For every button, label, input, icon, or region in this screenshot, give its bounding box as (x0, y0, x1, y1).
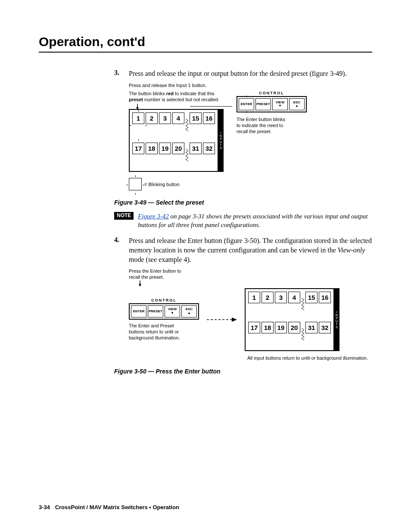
input-button-2: 2 (262, 292, 274, 303)
fig50-arrow-icon (136, 280, 144, 288)
input-button-4: 4 (172, 112, 184, 124)
fig49-legend-text: = Blinking button (144, 182, 180, 188)
break-indicator-icon (186, 112, 188, 138)
inputs-side-label: INPUTS (334, 288, 339, 351)
input-button-15: 15 (305, 292, 318, 303)
note-badge: NOTE (114, 212, 134, 220)
page-number: 3-34 (39, 504, 50, 510)
page: Operation, cont'd 3. Press and release t… (0, 0, 411, 532)
preset-button: PRESET (255, 98, 271, 110)
fig49-arrow-icon (129, 104, 232, 112)
break-indicator-icon (302, 292, 304, 317)
note-link[interactable]: Figure 3-42 (138, 213, 169, 220)
input-button-32: 32 (203, 143, 215, 154)
input-button-19: 19 (159, 143, 171, 154)
step-4-number: 4. (114, 236, 129, 264)
note-text: Figure 3-42 on page 3-31 shows the prese… (138, 212, 372, 230)
preset-button: PRESET (148, 305, 163, 317)
input-button-15: 15 (190, 112, 202, 124)
note-block: NOTE Figure 3-42 on page 3-31 shows the … (114, 212, 372, 230)
fig49-right-note: The Enter button blinks to indicate the … (237, 117, 307, 134)
page-title: Operation, cont'd (39, 34, 372, 49)
input-button-2: 2 (146, 112, 158, 124)
body-column: 3. Press and release the input or output… (114, 69, 372, 375)
esc-button: ESC▲ (181, 305, 197, 317)
input-button-18: 18 (146, 143, 158, 154)
input-button-20: 20 (288, 322, 300, 333)
enter-button: ENTER (131, 305, 146, 317)
input-button-19: 19 (275, 322, 287, 333)
page-header: Operation, cont'd (39, 34, 372, 53)
dashed-arrow-icon (207, 317, 237, 323)
figure-3-49: Press and release the Input 1 button. Th… (129, 83, 372, 192)
input-button-31: 31 (305, 322, 318, 333)
input-button-17: 17 (248, 322, 260, 333)
step-3-text: Press and release the input or output bu… (129, 69, 347, 78)
page-footer: 3-34 CrossPoint / MAV Matrix Switchers •… (39, 504, 179, 510)
figure-3-50: Press the Enter button torecall the pres… (129, 268, 372, 361)
fig50-below-note: The Enter and Preset buttons return to u… (129, 323, 199, 341)
step-3: 3. Press and release the input or output… (114, 69, 372, 78)
input-button-16: 16 (319, 292, 331, 303)
fig49-annotation-top: Press and release the Input 1 button. (129, 83, 372, 89)
input-button-3: 3 (275, 292, 287, 303)
fig49-left-block: The button blinks red to indicate that t… (129, 91, 224, 192)
input-button-3: 3 (159, 112, 171, 124)
fig50-bottom-note: All input buttons return to unlit or bac… (129, 355, 372, 361)
control-panel-label: CONTROL (237, 91, 307, 95)
enter-button: ENTER (239, 98, 254, 110)
break-indicator-icon (302, 322, 304, 348)
step-4: 4. Press and release the Enter button (f… (114, 236, 372, 264)
fig50-annotation-top: Press the Enter button torecall the pres… (129, 268, 372, 280)
esc-button: ESC▲ (289, 98, 305, 110)
fig50-control-block: CONTROL ENTER PRESET VIEW▼ ESC▲ The Ente… (129, 298, 199, 341)
step-4-text: Press and release the Enter button (figu… (129, 236, 372, 264)
fig49-left-note: The button blinks red to indicate that t… (129, 91, 224, 103)
fig49-right-block: CONTROL ENTER PRESET VIEW▼ ESC▲ (237, 91, 307, 134)
input-button-17: 17 (132, 143, 144, 154)
input-button-1: 1 (248, 292, 260, 303)
input-button-16: 16 (203, 112, 215, 124)
input-button-18: 18 (262, 322, 274, 333)
step-3-number: 3. (114, 69, 129, 78)
fig49-input-panel: 1 2 3 4 15 (129, 109, 224, 172)
fig49-enter-blinking: ENTER (239, 98, 254, 110)
footer-title: CrossPoint / MAV Matrix Switchers • Oper… (55, 504, 179, 510)
view-button: VIEW▼ (272, 98, 288, 110)
input-button-20: 20 (172, 143, 184, 154)
svg-marker-6 (232, 317, 237, 322)
svg-marker-4 (139, 284, 141, 286)
break-indicator-icon (186, 143, 188, 168)
header-rule (39, 52, 372, 53)
fig49-legend: = Blinking button (129, 178, 224, 192)
fig50-input-panel: 1 2 3 4 15 16 17 18 19 20 (245, 288, 339, 351)
input-button-32: 32 (319, 322, 331, 333)
input-button-4: 4 (288, 292, 300, 303)
figure-3-49-caption: Figure 3-49 — Select the preset (114, 199, 372, 206)
inputs-side-label: INPUTS (218, 109, 224, 172)
input-button-1: 1 (132, 112, 144, 124)
view-button: VIEW▼ (165, 305, 180, 317)
input-button-31: 31 (190, 143, 202, 154)
control-panel-label: CONTROL (129, 298, 199, 302)
figure-3-50-caption: Figure 3-50 — Press the Enter button (114, 368, 372, 375)
fig49-btn1-blinking: 1 (132, 112, 144, 138)
